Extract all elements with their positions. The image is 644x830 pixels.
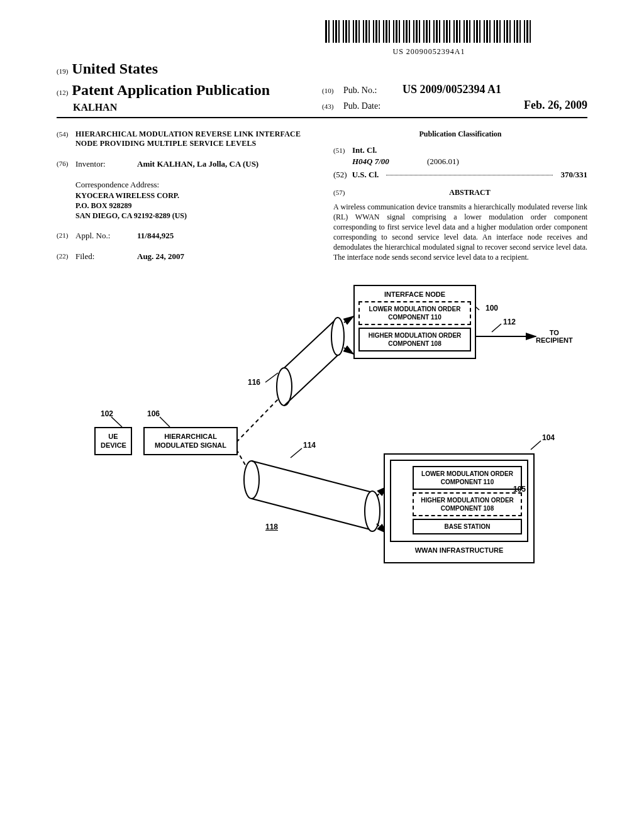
- lower-mod-ref-bottom: 110: [484, 479, 494, 485]
- applicant-name: KALHAN: [73, 101, 322, 114]
- applno-label: Appl. No.:: [75, 231, 125, 241]
- lower-mod-label-bottom: LOWER MODULATION ORDER COMPONENT: [421, 470, 513, 485]
- barcode-block: US 20090052394A1: [270, 20, 587, 57]
- meta-columns: (54) HIERARCHICAL MODULATION REVERSE LIN…: [57, 130, 587, 272]
- intcl-date: (2006.01): [427, 157, 459, 167]
- applno-block: (21) Appl. No.: 11/844,925: [57, 231, 311, 241]
- to-recipient-label: TO RECIPIENT: [536, 329, 573, 344]
- intcl-line: (51) Int. Cl.: [333, 145, 587, 156]
- header-left: (19) United States (12) Patent Applicati…: [57, 59, 322, 114]
- svg-line-19: [344, 316, 353, 323]
- pubno-value: US 2009/0052394 A1: [402, 82, 501, 97]
- barcode-text: US 20090052394A1: [270, 47, 587, 57]
- ref-114: 114: [303, 441, 316, 451]
- hier-signal-bot: MODULATED SIGNAL: [150, 441, 231, 450]
- pubtype-text: Patent Application Publication: [72, 80, 270, 100]
- ue-device-box: UE DEVICE: [94, 427, 132, 455]
- svg-line-2: [284, 355, 338, 406]
- country-name: United States: [72, 59, 158, 79]
- ref-105: 105: [513, 485, 526, 495]
- ref-118: 118: [265, 523, 278, 533]
- ref-100: 100: [486, 304, 498, 314]
- higher-mod-box-bottom: HIGHER MODULATION ORDER COMPONENT 108: [413, 492, 522, 516]
- inventor-label: Inventor:: [75, 159, 125, 170]
- lower-mod-ref-top: 110: [431, 314, 441, 321]
- abstract-head-row: (57) ABSTRACT: [333, 188, 587, 198]
- svg-line-1: [284, 318, 338, 368]
- pubdate-sup: (43): [322, 102, 337, 111]
- right-column: Publication Classification (51) Int. Cl.…: [333, 130, 587, 272]
- svg-line-4: [236, 398, 279, 442]
- ref-104: 104: [542, 433, 555, 443]
- country-sup: (19): [57, 67, 68, 75]
- uscl-label: U.S. Cl.: [352, 170, 379, 180]
- base-station-label: BASE STATION: [445, 523, 491, 530]
- ref-102: 102: [101, 409, 113, 419]
- pubtype-sup: (12): [57, 88, 68, 97]
- filed-sup: (22): [57, 252, 70, 262]
- pubdate-row: (43) Pub. Date: Feb. 26, 2009: [322, 98, 587, 113]
- intcl-label: Int. Cl.: [352, 145, 377, 156]
- ue-device-label: UE DEVICE: [101, 433, 126, 449]
- correspondence-block: Correspondence Address: KYOCERA WIRELESS…: [75, 180, 311, 221]
- hier-signal-top: HIERARCHICAL: [150, 432, 231, 441]
- pubdate-label: Pub. Date:: [343, 101, 392, 112]
- lower-mod-box-bottom: LOWER MODULATION ORDER COMPONENT 110: [413, 466, 522, 490]
- lower-mod-box-top: LOWER MODULATION ORDER COMPONENT 110: [358, 301, 471, 325]
- higher-mod-label-top: HIGHER MODULATION ORDER COMPONENT: [369, 332, 462, 347]
- interface-node-box: INTERFACE NODE LOWER MODULATION ORDER CO…: [353, 285, 476, 359]
- barcode-icon: [325, 20, 533, 43]
- inventor-value-text: Amit KALHAN, La Jolla, CA (US): [137, 159, 258, 169]
- svg-point-5: [244, 461, 259, 499]
- svg-line-13: [265, 373, 278, 382]
- classification-heading: Publication Classification: [333, 130, 587, 140]
- ref-116: 116: [248, 378, 260, 388]
- dotted-leader-icon: [386, 175, 553, 175]
- pubno-row: (10) Pub. No.: US 2009/0052394 A1: [322, 82, 587, 97]
- inventor-sup: (76): [57, 159, 70, 170]
- svg-line-12: [492, 324, 501, 332]
- svg-point-0: [277, 368, 292, 406]
- higher-mod-box-top: HIGHER MODULATION ORDER COMPONENT 108: [358, 328, 471, 351]
- higher-mod-ref-top: 108: [431, 340, 441, 347]
- abstract-sup: (57): [333, 188, 347, 198]
- figure-diagram: INTERFACE NODE LOWER MODULATION ORDER CO…: [83, 285, 561, 637]
- abstract-body: A wireless communication device transmit…: [333, 202, 587, 263]
- svg-line-9: [236, 450, 247, 467]
- pubdate-value: Feb. 26, 2009: [524, 98, 587, 113]
- title-sup: (54): [57, 130, 70, 149]
- applno-value: 11/844,925: [137, 231, 174, 241]
- country-line: (19) United States: [57, 59, 322, 79]
- lower-mod-label-top: LOWER MODULATION ORDER COMPONENT: [369, 306, 461, 321]
- svg-line-6: [252, 461, 372, 492]
- correspondence-line-2: P.O. BOX 928289: [75, 201, 311, 211]
- left-column: (54) HIERARCHICAL MODULATION REVERSE LIN…: [57, 130, 311, 272]
- svg-line-16: [291, 448, 302, 458]
- base-station-box: BASE STATION: [413, 519, 522, 534]
- intcl-code-line: H04Q 7/00 (2006.01): [352, 157, 587, 167]
- inventor-value: Amit KALHAN, La Jolla, CA (US): [137, 159, 258, 170]
- uscl-code: 370/331: [560, 170, 587, 180]
- uscl-sup: (52): [333, 170, 347, 180]
- svg-point-8: [365, 491, 380, 531]
- filed-label: Filed:: [75, 252, 125, 262]
- filed-block: (22) Filed: Aug. 24, 2007: [57, 252, 311, 262]
- wwan-label: WWAN INFRASTRUCTURE: [390, 546, 528, 555]
- invention-title: HIERARCHICAL MODULATION REVERSE LINK INT…: [75, 130, 311, 149]
- wwan-infrastructure-box: LOWER MODULATION ORDER COMPONENT 110 HIG…: [384, 453, 535, 563]
- svg-line-20: [344, 348, 353, 354]
- svg-line-15: [160, 417, 170, 427]
- intcl-sup: (51): [333, 146, 347, 155]
- ref-106: 106: [147, 409, 160, 419]
- pubtype-line: (12) Patent Application Publication: [57, 80, 322, 100]
- header-row: (19) United States (12) Patent Applicati…: [57, 59, 587, 118]
- hier-signal-box: HIERARCHICAL MODULATED SIGNAL: [143, 427, 238, 455]
- interface-node-title: INTERFACE NODE: [358, 290, 471, 299]
- to-recipient-text: TO RECIPIENT: [536, 329, 573, 344]
- intcl-code: H04Q 7/00: [352, 157, 389, 167]
- pubno-label: Pub. No.:: [343, 85, 392, 96]
- abstract-heading: ABSTRACT: [352, 188, 587, 198]
- ref-112: 112: [503, 318, 516, 328]
- correspondence-label: Correspondence Address:: [75, 180, 311, 191]
- pubno-sup: (10): [322, 86, 337, 95]
